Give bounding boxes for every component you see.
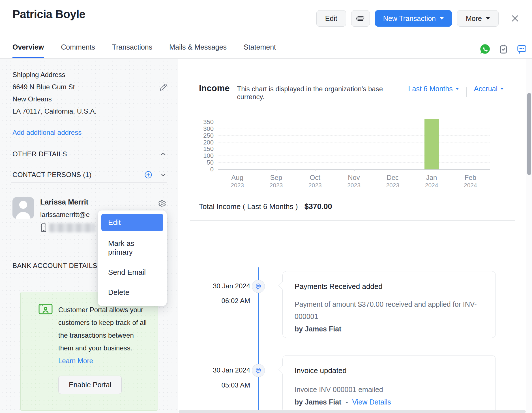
basis-selector-dropdown[interactable]: Accrual bbox=[474, 85, 504, 93]
learn-more-link[interactable]: Learn More bbox=[58, 357, 93, 365]
chevron-down-icon bbox=[486, 17, 490, 20]
tab-comments[interactable]: Comments bbox=[61, 43, 95, 58]
x-label-month: Sep bbox=[257, 174, 295, 182]
x-axis-tick bbox=[471, 169, 471, 171]
x-label-year: 2023 bbox=[218, 182, 257, 189]
new-transaction-button[interactable]: New Transaction bbox=[375, 10, 452, 27]
x-label-year: 2024 bbox=[412, 182, 451, 189]
x-label-year: 2023 bbox=[334, 182, 373, 189]
portal-description: Customer Portal allows your customers to… bbox=[58, 306, 147, 352]
chart-gridline bbox=[218, 162, 490, 163]
divider bbox=[11, 162, 167, 162]
menu-item-delete[interactable]: Delete bbox=[101, 282, 163, 303]
y-axis-tick-label: 100 bbox=[203, 152, 214, 159]
divider bbox=[190, 220, 515, 221]
customer-portal-box: Customer Portal allows your customers to… bbox=[20, 292, 158, 411]
close-button[interactable] bbox=[510, 14, 520, 23]
attachments-button[interactable] bbox=[351, 10, 370, 27]
vertical-scrollbar-track bbox=[526, 59, 532, 413]
x-label-month: Dec bbox=[373, 174, 412, 182]
comment-icon bbox=[255, 283, 262, 290]
chart-gridline bbox=[218, 122, 490, 122]
y-axis-tick-label: 250 bbox=[203, 132, 214, 139]
tabs: Overview Comments Transactions Mails & M… bbox=[12, 43, 276, 58]
chart-gridline bbox=[218, 142, 490, 142]
chevron-down-icon bbox=[500, 88, 504, 90]
menu-item-edit[interactable]: Edit bbox=[101, 214, 163, 231]
vertical-scrollbar-thumb[interactable] bbox=[527, 93, 531, 175]
contact-settings-gear-icon[interactable] bbox=[158, 199, 166, 208]
customer-portal-text: Customer Portal allows your customers to… bbox=[58, 303, 147, 367]
chart-plot-area: 050100150200250300350 bbox=[218, 122, 490, 170]
x-label-year: 2024 bbox=[451, 182, 490, 189]
chart-gridline bbox=[218, 156, 490, 156]
divider bbox=[11, 182, 167, 183]
edit-address-pencil-icon[interactable] bbox=[159, 83, 167, 91]
timeline-card-author: by James Fiat bbox=[295, 398, 341, 406]
whatsapp-icon[interactable] bbox=[480, 44, 490, 54]
menu-item-mark-as-primary[interactable]: Mark as primary bbox=[101, 233, 163, 262]
y-axis-tick-label: 150 bbox=[203, 145, 214, 153]
x-label-month: Feb bbox=[451, 174, 490, 182]
tab-mails-messages[interactable]: Mails & Messages bbox=[169, 43, 227, 58]
total-income-label: Total Income ( Last 6 Months ) - bbox=[199, 202, 304, 211]
main-panel: Income This chart is displayed in the or… bbox=[179, 59, 532, 413]
tasks-clipboard-icon[interactable] bbox=[498, 44, 509, 54]
other-details-header: OTHER DETAILS bbox=[12, 150, 167, 158]
add-additional-address-link[interactable]: Add additional address bbox=[12, 129, 81, 137]
shipping-address-line: 6649 N Blue Gum St bbox=[12, 81, 96, 93]
timeline-card-title: Invoice updated bbox=[295, 366, 484, 375]
range-selector-dropdown[interactable]: Last 6 Months bbox=[408, 85, 459, 93]
view-details-link[interactable]: View Details bbox=[352, 398, 391, 406]
selector-divider bbox=[466, 87, 467, 97]
x-label-year: 2023 bbox=[257, 182, 295, 189]
shipping-address-title: Shipping Address bbox=[12, 69, 96, 81]
tab-statement[interactable]: Statement bbox=[244, 43, 276, 58]
y-axis-tick-label: 300 bbox=[203, 125, 214, 133]
x-axis-tick bbox=[354, 169, 355, 171]
x-axis-label: Aug2023 bbox=[218, 174, 257, 189]
tab-bar: Overview Comments Transactions Mails & M… bbox=[0, 40, 532, 59]
more-button[interactable]: More bbox=[457, 10, 499, 27]
shipping-address-line: LA 70117, California, U.S.A. bbox=[12, 105, 96, 117]
chat-feedback-icon[interactable] bbox=[516, 44, 527, 54]
timeline-time: 05:03 AM bbox=[190, 381, 250, 389]
tab-overview[interactable]: Overview bbox=[12, 43, 44, 58]
basis-selector-label: Accrual bbox=[474, 85, 497, 93]
chevron-down-icon bbox=[456, 88, 459, 90]
edit-button[interactable]: Edit bbox=[316, 10, 346, 27]
y-axis-tick-label: 350 bbox=[203, 118, 214, 126]
more-button-label: More bbox=[466, 14, 482, 23]
total-income-row: Total Income ( Last 6 Months ) - $370.00 bbox=[199, 202, 332, 211]
menu-item-send-email[interactable]: Send Email bbox=[101, 262, 163, 282]
y-axis-tick-label: 50 bbox=[207, 159, 214, 166]
total-income-value: $370.00 bbox=[304, 202, 332, 211]
expand-chevron-down-icon[interactable] bbox=[160, 171, 167, 178]
contact-avatar bbox=[12, 197, 34, 219]
income-title: Income bbox=[199, 83, 230, 93]
timeline-time: 06:02 AM bbox=[190, 297, 250, 305]
horizontal-scrollbar[interactable] bbox=[179, 410, 526, 413]
mobile-phone-icon bbox=[41, 223, 46, 232]
contact-person-name: Larissa Merrit bbox=[40, 198, 89, 206]
enable-portal-button[interactable]: Enable Portal bbox=[58, 376, 122, 394]
y-axis-tick-label: 200 bbox=[203, 139, 214, 146]
x-axis-tick bbox=[315, 169, 316, 171]
income-subtitle: This chart is displayed in the organizat… bbox=[237, 85, 408, 101]
timeline-card: Invoice updated Invoice INV-000001 email… bbox=[282, 355, 496, 413]
avatar-head bbox=[19, 201, 27, 209]
collapse-chevron-up-icon[interactable] bbox=[160, 151, 167, 157]
contact-phone-row bbox=[41, 223, 95, 232]
tab-transactions[interactable]: Transactions bbox=[112, 43, 152, 58]
add-contact-person-button[interactable] bbox=[144, 171, 153, 179]
x-label-month: Jan bbox=[412, 174, 451, 182]
timeline-card-author: by James Fiat bbox=[295, 325, 484, 333]
chart-bar[interactable] bbox=[424, 119, 439, 169]
tab-bar-icons bbox=[480, 44, 527, 54]
contact-person-email: larissamerritt@e bbox=[40, 211, 90, 219]
bank-account-details-heading: BANK ACCOUNT DETAILS bbox=[12, 262, 97, 270]
timeline-card-body: Invoice INV-000001 emailed bbox=[295, 384, 484, 396]
timeline-card-title: Payments Received added bbox=[295, 282, 484, 291]
x-axis-label: Dec2023 bbox=[373, 174, 412, 189]
customer-detail-page: Patricia Boyle Edit New Transaction More bbox=[0, 0, 532, 413]
